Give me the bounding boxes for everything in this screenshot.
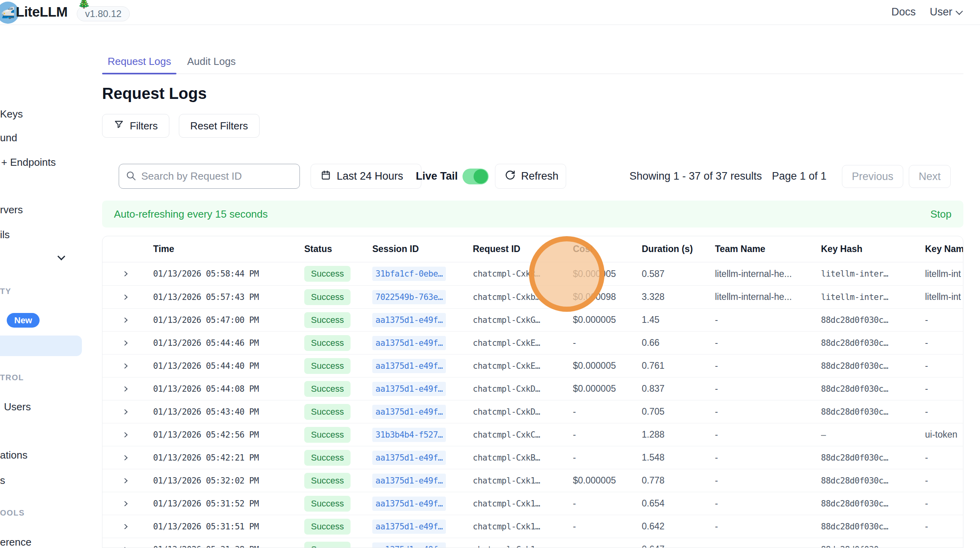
cell-cost: - <box>573 452 642 463</box>
session-id-link[interactable]: 31bfa1cf-0ebe… <box>372 267 446 281</box>
expand-row-chevron-icon[interactable] <box>102 478 146 483</box>
sidebar-item[interactable]: Keys <box>0 108 23 120</box>
table-row: 01/13/2026 05:32:02 PMSuccessaa1375d1-e4… <box>102 469 963 492</box>
expand-row-chevron-icon[interactable] <box>102 524 146 529</box>
status-badge: Success <box>304 289 351 305</box>
expand-row-chevron-icon[interactable] <box>102 271 146 276</box>
status-badge: Success <box>304 542 351 548</box>
sidebar-item[interactable]: ils <box>0 229 10 241</box>
session-cell: aa1375d1-e49f… <box>372 313 473 327</box>
expand-row-chevron-icon[interactable] <box>102 341 146 345</box>
sidebar-item[interactable]: und <box>0 132 17 144</box>
session-cell: aa1375d1-e49f… <box>372 336 473 350</box>
cell-cost: $0.000005 <box>573 269 642 279</box>
sidebar-section-label: OOLS <box>0 508 25 518</box>
session-cell: aa1375d1-e49f… <box>372 451 473 465</box>
sidebar-item[interactable]: ations <box>0 449 27 461</box>
session-id-link[interactable]: aa1375d1-e49f… <box>372 520 446 534</box>
table-row: 01/13/2026 05:43:40 PMSuccessaa1375d1-e4… <box>102 400 963 423</box>
session-id-link[interactable]: aa1375d1-e49f… <box>372 497 446 511</box>
time-range-button[interactable]: Last 24 Hours <box>311 164 421 189</box>
previous-page-button[interactable]: Previous <box>842 165 903 188</box>
status-cell: Success <box>304 542 372 548</box>
session-id-link[interactable]: aa1375d1-e49f… <box>372 474 446 488</box>
cell-duration: 0.647 <box>642 544 715 548</box>
docs-link[interactable]: Docs <box>891 0 916 25</box>
session-id-link[interactable]: aa1375d1-e49f… <box>372 313 446 327</box>
status-badge: Success <box>304 266 351 282</box>
user-menu[interactable]: User <box>930 0 952 25</box>
cell-duration: 0.837 <box>642 383 715 394</box>
cell-time: 01/13/2026 05:42:21 PM <box>146 453 304 463</box>
expand-row-chevron-icon[interactable] <box>102 387 146 391</box>
sidebar-item[interactable]: Users <box>4 401 31 413</box>
auto-refresh-banner: Auto-refreshing every 15 seconds Stop <box>102 201 963 228</box>
sidebar-collapse-chevron-icon[interactable] <box>59 254 64 261</box>
stop-auto-refresh-link[interactable]: Stop <box>931 208 952 220</box>
cell-request: chatcmpl-CxkC… <box>473 430 573 440</box>
next-page-button[interactable]: Next <box>909 165 951 188</box>
page-info: Page 1 of 1 <box>772 164 826 189</box>
cell-time: 01/13/2026 05:42:56 PM <box>146 430 304 440</box>
sidebar-selected-item[interactable] <box>0 336 82 356</box>
cell-key_name: - <box>925 383 963 394</box>
cell-cost: $0.000005 <box>573 383 642 394</box>
tab-audit-logs[interactable]: Audit Logs <box>187 55 236 74</box>
session-id-link[interactable]: aa1375d1-e49f… <box>372 336 446 350</box>
status-cell: Success <box>304 450 372 466</box>
cell-cost: - <box>573 429 642 440</box>
filters-button[interactable]: Filters <box>102 114 169 138</box>
cell-duration: 0.654 <box>642 498 715 509</box>
cell-time: 01/13/2026 05:44:46 PM <box>146 338 304 348</box>
user-chevron-down-icon[interactable] <box>955 8 963 15</box>
session-id-link[interactable]: aa1375d1-e49f… <box>372 451 446 465</box>
session-id-link[interactable]: aa1375d1-e49f… <box>372 382 446 396</box>
session-id-link[interactable]: aa1375d1-e49f… <box>372 542 446 548</box>
reset-filters-button[interactable]: Reset Filters <box>179 114 260 138</box>
expand-row-chevron-icon[interactable] <box>102 455 146 460</box>
tab-request-logs[interactable]: Request Logs <box>108 55 171 74</box>
session-id-link[interactable]: 31b3b4b4-f527… <box>372 428 446 442</box>
cell-team: - <box>715 452 821 463</box>
cell-duration: 3.328 <box>642 292 715 302</box>
cell-key_hash: 88dc28d0f030c… <box>821 338 925 348</box>
column-header-duration-s-: Duration (s) <box>642 244 715 254</box>
live-tail-toggle[interactable] <box>463 169 489 184</box>
cell-key_hash: 88dc28d0f030c… <box>821 453 925 463</box>
sidebar-item[interactable]: + Endpoints <box>1 156 56 169</box>
sidebar-item[interactable]: rvers <box>0 204 23 216</box>
cell-time: 01/13/2026 05:44:40 PM <box>146 361 304 371</box>
cell-team: - <box>715 338 821 348</box>
cell-key_name: - <box>925 475 963 486</box>
expand-row-chevron-icon[interactable] <box>102 295 146 300</box>
session-id-link[interactable]: aa1375d1-e49f… <box>372 359 446 373</box>
cell-cost: $0.000005 <box>573 360 642 371</box>
table-row: 01/13/2026 05:44:46 PMSuccessaa1375d1-e4… <box>102 331 963 354</box>
cell-key_name: - <box>925 544 963 548</box>
session-cell: 31b3b4b4-f527… <box>372 428 473 442</box>
expand-row-chevron-icon[interactable] <box>102 364 146 368</box>
table-row: 01/13/2026 05:31:51 PMSuccessaa1375d1-e4… <box>102 515 963 538</box>
expand-row-chevron-icon[interactable] <box>102 410 146 414</box>
sidebar-item[interactable]: erence <box>0 536 32 548</box>
session-cell: aa1375d1-e49f… <box>372 382 473 396</box>
expand-row-chevron-icon[interactable] <box>102 432 146 437</box>
expand-row-chevron-icon[interactable] <box>102 501 146 506</box>
session-id-link[interactable]: 7022549b-763e… <box>372 290 446 304</box>
sidebar-item[interactable]: s <box>0 474 5 487</box>
status-badge: Success <box>304 381 351 397</box>
expand-row-chevron-icon[interactable] <box>102 318 146 322</box>
status-cell: Success <box>304 289 372 305</box>
search-input[interactable] <box>141 170 293 182</box>
column-header-request-id: Request ID <box>473 244 573 254</box>
cell-request: chatcmpl-CxkD… <box>473 407 573 417</box>
cell-time: 01/13/2026 05:43:40 PM <box>146 407 304 417</box>
status-cell: Success <box>304 266 372 282</box>
status-badge: Success <box>304 312 351 328</box>
refresh-button[interactable]: Refresh <box>495 164 566 189</box>
session-id-link[interactable]: aa1375d1-e49f… <box>372 405 446 419</box>
cell-request: chatcmpl-CxkG… <box>473 315 573 325</box>
cell-request: chatcmpl-CxkE… <box>473 338 573 348</box>
toggle-knob <box>474 169 488 184</box>
cell-key_hash: 88dc28d0f030c… <box>821 384 925 394</box>
